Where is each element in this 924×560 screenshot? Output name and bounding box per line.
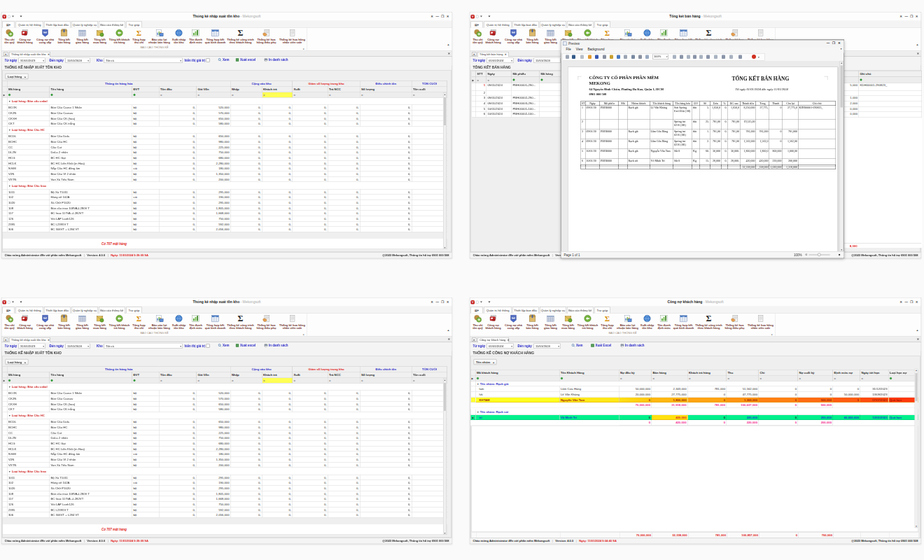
svg-text:Σ: Σ [605, 314, 610, 323]
svg-text:Σ: Σ [238, 29, 244, 38]
svg-text:Σ: Σ [706, 29, 712, 38]
svg-text:Σ: Σ [238, 314, 244, 323]
svg-text:Σ: Σ [605, 29, 610, 37]
svg-text:Σ: Σ [136, 314, 141, 323]
svg-text:Σ: Σ [706, 314, 712, 323]
svg-text:Σ: Σ [136, 29, 141, 37]
